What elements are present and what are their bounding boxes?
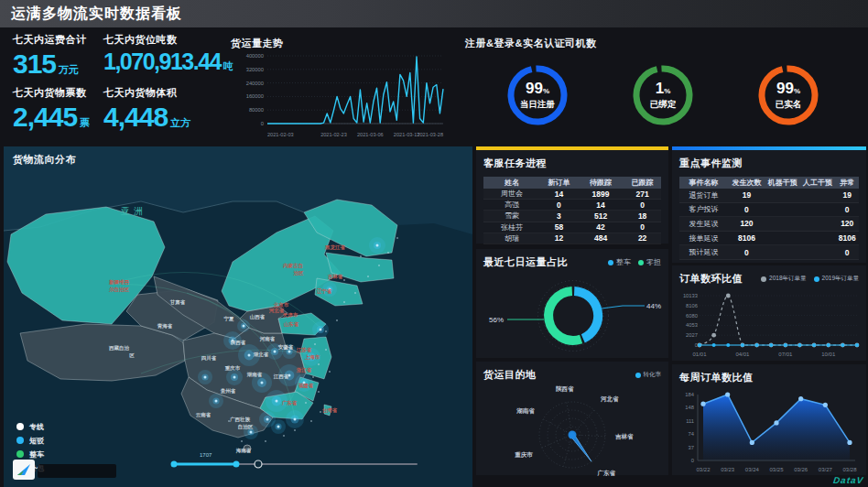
- province-label: 山西省: [250, 314, 266, 320]
- city-dot: [387, 252, 389, 254]
- data-point: [812, 343, 816, 347]
- legend-item[interactable]: 整车: [608, 257, 631, 267]
- province-label: 陕西省: [231, 340, 246, 346]
- row-value-cell: 19: [728, 190, 765, 200]
- map-legend-item[interactable]: 短驳: [16, 437, 45, 445]
- map-legend-item[interactable]: 专线: [16, 423, 44, 431]
- city-dot: [367, 276, 369, 277]
- radar-axis-label: 吉林省: [615, 433, 634, 440]
- stat-value: 4,448立方: [103, 103, 190, 132]
- destinations-title: 货运目的地: [483, 368, 537, 382]
- province-label: 湖南省: [246, 372, 263, 378]
- row-name-cell: 胡瑞: [483, 233, 540, 244]
- table-row: 接单延误81068106: [679, 232, 859, 246]
- donut-slice-ltl[interactable]: [548, 291, 580, 341]
- gauge-label: 已实名: [776, 99, 802, 111]
- stat-unit: 立方: [170, 117, 190, 128]
- gauge-value: 99%: [526, 81, 549, 97]
- column-header: 待跟踪: [578, 178, 624, 188]
- gauge-label: 已绑定: [650, 99, 677, 111]
- province-label: 黑龙江省: [324, 244, 346, 251]
- tick-label: 184: [685, 392, 694, 397]
- city-dot: [378, 265, 380, 266]
- key-events-title: 重点事件监测: [679, 157, 743, 170]
- row-value-cell: 18: [624, 211, 661, 221]
- slider-handle[interactable]: [233, 461, 240, 468]
- callout-label: 56%: [489, 316, 504, 324]
- legend-label: 短驳: [28, 437, 45, 445]
- row-value-cell: 19: [835, 190, 858, 200]
- city-dot: [329, 371, 331, 373]
- row-value-cell: 58: [540, 222, 578, 232]
- tick-label: 80000: [249, 107, 264, 113]
- tick-label: 03/27: [819, 467, 833, 472]
- row-name-cell: 客户投诉: [679, 204, 728, 214]
- province-label: 内蒙古自: [283, 263, 303, 269]
- column-header: 异常: [835, 178, 858, 188]
- slider-handle[interactable]: [171, 461, 178, 468]
- map-legend-item[interactable]: 整车: [16, 450, 45, 459]
- row-value-cell: 120: [728, 219, 765, 228]
- data-point: [725, 392, 730, 396]
- tick-label: 74: [689, 431, 695, 437]
- row-value-cell: 22: [624, 233, 661, 243]
- tick-label: 2021-03-17: [394, 132, 420, 137]
- stat-block: 七天内货位吨数1,070,913.44吨: [103, 33, 233, 73]
- china-flow-map: 亚洲新疆维吾尔自治区西藏自治区青海省甘肃省内蒙古自治区黑龙江省吉林省辽宁省河北省…: [4, 146, 472, 487]
- stat-label: 七天内运费合计: [13, 33, 87, 47]
- legend-item[interactable]: 零担: [638, 257, 661, 267]
- legend-item[interactable]: 2018年订单量: [761, 275, 806, 283]
- row-value-cell: 0: [835, 248, 858, 257]
- driver-gauge: 1%已绑定: [633, 65, 693, 125]
- datav-watermark: DataV: [832, 475, 864, 485]
- header-bar: 运满多物流实时数据看板: [0, 0, 868, 27]
- tick-label: 2021-02-03: [267, 132, 294, 137]
- province-label: 天津市: [282, 312, 298, 319]
- table-row: 退货订单1919: [679, 189, 859, 203]
- dashboard-title: 运满多物流实时数据看板: [0, 0, 182, 27]
- province-label: 四川省: [201, 355, 217, 362]
- legend-item[interactable]: 转化率: [635, 371, 662, 379]
- city-dot: [265, 440, 266, 442]
- tick-label: 2021-02-23: [320, 132, 347, 137]
- legend-item[interactable]: 2019年订单量: [814, 275, 859, 283]
- legend-dot: [761, 276, 766, 282]
- callout-label: 44%: [646, 302, 661, 310]
- data-point: [784, 343, 787, 347]
- stat-block: 七天内货物票数2,445票: [13, 86, 90, 132]
- legend-label: 专线: [28, 423, 44, 431]
- stat-value: 2,445票: [13, 103, 90, 132]
- editor-badge-icon[interactable]: [13, 460, 35, 480]
- row-name-cell: 雪蒙: [483, 211, 540, 221]
- row-value-cell: 14: [578, 200, 624, 210]
- slider-handle[interactable]: [255, 460, 262, 468]
- tick-label: 400000: [246, 53, 264, 59]
- city-dot: [310, 420, 312, 422]
- data-point: [741, 343, 744, 347]
- service-tasks-title: 客服任务进程: [483, 157, 547, 170]
- service-tasks-table: 姓名新订单待跟踪已跟踪周世会141899271高强0140雪蒙351218张桂芬…: [483, 177, 661, 244]
- province-label: 西藏自治: [108, 345, 130, 352]
- tick-label: 07/01: [778, 352, 793, 357]
- province-label: 山东省: [284, 321, 299, 328]
- stat-value: 1,070,913.44吨: [103, 49, 233, 73]
- donut-slice-whole-truck[interactable]: [574, 291, 598, 339]
- stat-value: 315万元: [13, 49, 87, 79]
- freight-trend-widget: 货运量走势 4000003200002400001600008000002021…: [231, 37, 450, 149]
- legend-dot: [635, 373, 641, 378]
- province-label: 新疆维吾: [108, 279, 130, 286]
- row-value-cell: 0: [728, 248, 765, 257]
- province-label: 湖北省: [253, 352, 269, 358]
- gauge-value: 1%: [656, 81, 671, 97]
- city-dot: [305, 402, 307, 404]
- gauge-value: 99%: [776, 81, 800, 97]
- row-name-cell: 周世会: [483, 189, 540, 199]
- row-value-cell: 271: [624, 189, 661, 199]
- city-dot: [354, 292, 356, 294]
- paper-plane-icon: [16, 463, 31, 476]
- province-label: 河南省: [259, 336, 276, 342]
- tick-label: 03/24: [745, 467, 760, 472]
- tick-label: 03/25: [769, 467, 784, 472]
- table-row: 胡瑞1248422: [483, 233, 661, 244]
- tick-label: 240000: [246, 81, 264, 86]
